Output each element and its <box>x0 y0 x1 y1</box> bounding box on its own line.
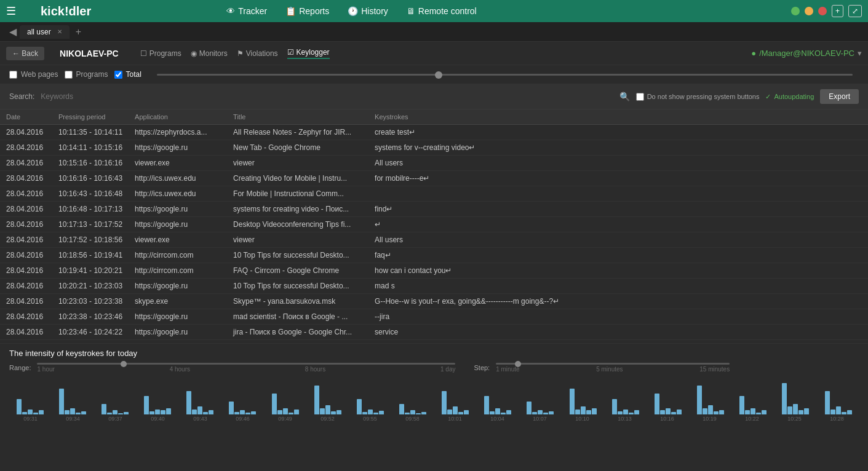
system-filter-checkbox[interactable] <box>636 93 644 101</box>
fullscreen-btn[interactable]: ⤢ <box>848 5 862 17</box>
user-dropdown-arrow[interactable]: ▾ <box>858 49 862 58</box>
time-label: 10:07 <box>519 416 561 422</box>
bar <box>277 410 282 414</box>
subnav-keylogger[interactable]: ☑ Keylogger <box>287 48 330 59</box>
cell-keys: All users <box>368 232 868 248</box>
subnav-violations[interactable]: ⚑ Violations <box>237 48 278 59</box>
range-mark-4h: 4 hours <box>170 366 190 373</box>
bar <box>379 411 384 414</box>
table-row[interactable]: 28.04.2016 10:11:35 - 10:14:11 https://z… <box>0 125 868 140</box>
col-header-title: Title <box>227 109 368 125</box>
tab-all-user[interactable]: all user ✕ <box>20 25 70 39</box>
subnav-monitors[interactable]: ◉ Monitors <box>191 48 228 59</box>
nav-reports[interactable]: 📋 Reports <box>285 6 329 16</box>
cell-title: mad scientist - Поиск в Google - ... <box>227 309 368 325</box>
cell-period: 10:23:46 - 10:24:22 <box>52 325 129 340</box>
cell-app: viewer.exe <box>129 232 227 248</box>
user-selector[interactable]: ● /Manager@NIKOLAEV-PC ▾ <box>751 49 862 58</box>
table-row[interactable]: 28.04.2016 10:23:38 - 10:23:46 https://g… <box>0 309 868 325</box>
range-label: Range: <box>9 364 31 371</box>
time-label: 10:04 <box>476 416 519 422</box>
bar-group <box>222 402 263 414</box>
table-row[interactable]: 28.04.2016 10:20:21 - 10:23:03 https://g… <box>0 279 868 294</box>
bar <box>289 413 293 414</box>
col-header-app: Application <box>129 109 227 125</box>
step-mark-15m: 15 minutes <box>699 366 730 373</box>
filter-total[interactable]: Total <box>114 70 141 79</box>
bar <box>623 410 628 414</box>
bar <box>484 396 489 414</box>
bar <box>22 412 27 414</box>
filter-webpages[interactable]: Web pages <box>9 70 58 79</box>
filter-webpages-checkbox[interactable] <box>9 71 17 79</box>
cell-app: skype.exe <box>129 294 227 309</box>
tab-close-btn[interactable]: ✕ <box>57 28 62 35</box>
bar <box>458 412 463 414</box>
keylogger-icon: ☑ <box>287 48 294 57</box>
bar <box>666 408 671 414</box>
filter-slider-track[interactable] <box>157 74 853 76</box>
bar <box>357 399 362 414</box>
nav-history[interactable]: 🕐 History <box>348 6 388 16</box>
bar <box>697 386 702 414</box>
time-label: 10:13 <box>603 416 646 422</box>
export-button[interactable]: Export <box>820 89 859 104</box>
cell-title: FAQ - Cirrcom - Google Chrome <box>227 263 368 279</box>
bar <box>283 408 288 414</box>
bar <box>490 411 495 414</box>
bar <box>586 410 591 414</box>
table-row[interactable]: 28.04.2016 10:23:46 - 10:24:22 https://g… <box>0 325 868 340</box>
table-row[interactable]: 28.04.2016 10:16:43 - 10:16:48 http://ic… <box>0 186 868 202</box>
bar-group <box>52 389 93 414</box>
cell-period: 10:17:52 - 10:18:56 <box>52 232 129 248</box>
tab-add-btn[interactable]: + <box>76 26 81 38</box>
bar <box>28 410 33 414</box>
monitors-icon: ◉ <box>191 49 197 58</box>
range-mark-1h: 1 hour <box>37 366 54 373</box>
nav-tracker[interactable]: 👁 Tracker <box>226 6 267 16</box>
table-row[interactable]: 28.04.2016 10:16:48 - 10:17:13 https://g… <box>0 202 868 217</box>
time-label: 09:37 <box>94 416 137 422</box>
tab-nav-btn[interactable]: ◀ <box>9 26 17 38</box>
bar-group <box>392 404 433 414</box>
cell-period: 10:15:16 - 10:16:16 <box>52 156 129 171</box>
col-header-keys: Keystrokes <box>368 109 868 125</box>
table-row[interactable]: 28.04.2016 10:14:11 - 10:15:16 https://g… <box>0 140 868 156</box>
bar <box>842 412 846 414</box>
search-label: Search: <box>9 92 34 101</box>
cell-title: New Tab - Google Chrome <box>227 140 368 156</box>
cell-date: 28.04.2016 <box>0 248 52 263</box>
table-row[interactable]: 28.04.2016 10:16:16 - 10:16:43 http://ic… <box>0 171 868 186</box>
bar <box>618 411 623 414</box>
filter-programs[interactable]: Programs <box>65 70 108 79</box>
bar <box>320 408 325 414</box>
back-button[interactable]: ← Back <box>6 47 44 60</box>
cell-date: 28.04.2016 <box>0 294 52 309</box>
table-row[interactable]: 28.04.2016 10:19:41 - 10:20:21 http://ci… <box>0 263 868 279</box>
table-row[interactable]: 28.04.2016 10:18:56 - 10:19:41 http://ci… <box>0 248 868 263</box>
filter-slider-thumb[interactable] <box>435 71 442 79</box>
bar <box>453 406 458 414</box>
table-row[interactable]: 28.04.2016 10:15:16 - 10:16:16 viewer.ex… <box>0 156 868 171</box>
subnav-programs[interactable]: ☐ Programs <box>140 48 181 59</box>
bar-group <box>818 391 859 414</box>
table-row[interactable]: 28.04.2016 10:17:52 - 10:18:56 viewer.ex… <box>0 232 868 248</box>
bar <box>203 412 208 414</box>
bar-group <box>137 396 178 414</box>
nav-remote[interactable]: 🖥 Remote control <box>407 6 477 16</box>
add-tab-btn[interactable]: + <box>832 5 843 17</box>
hamburger-icon[interactable]: ☰ <box>6 4 16 18</box>
bar <box>543 413 548 414</box>
table-row[interactable]: 28.04.2016 10:17:13 - 10:17:52 https://g… <box>0 217 868 232</box>
table-row[interactable]: 28.04.2016 10:23:03 - 10:23:38 skype.exe… <box>0 294 868 309</box>
filter-total-checkbox[interactable] <box>114 71 122 79</box>
keylogger-table: Date Pressing period Application Title K… <box>0 109 868 343</box>
bar <box>81 411 86 414</box>
bar <box>787 406 792 414</box>
bar <box>762 410 766 414</box>
bar <box>234 412 239 414</box>
step-label: Step: <box>474 364 490 371</box>
search-input[interactable] <box>41 92 613 101</box>
bar <box>804 408 809 414</box>
filter-programs-checkbox[interactable] <box>65 71 73 79</box>
